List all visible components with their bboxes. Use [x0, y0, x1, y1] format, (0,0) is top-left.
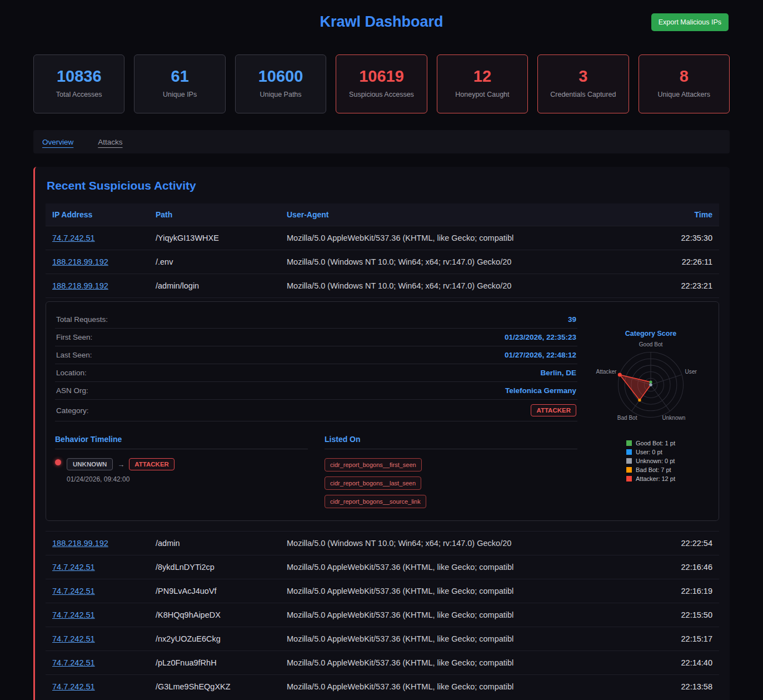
- time-cell: 22:14:40: [652, 651, 719, 675]
- stat-value: 61: [138, 67, 221, 86]
- blocklist-badge: cidr_report_bogons__last_seen: [325, 476, 421, 490]
- ip-link[interactable]: 74.7.242.51: [52, 634, 95, 643]
- chart-legend: Good Bot: 1 ptUser: 0 ptUnknown: 0 ptBad…: [626, 438, 675, 484]
- stat-value: 8: [642, 67, 726, 86]
- field-location: Location: Berlin, DE: [55, 364, 577, 382]
- table-row[interactable]: 188.218.99.192 /admin Mozilla/5.0 (Windo…: [46, 532, 719, 555]
- table-row[interactable]: 74.7.242.51 /G3Lme9ShEQgXKZ Mozilla/5.0 …: [46, 675, 719, 699]
- ip-link[interactable]: 74.7.242.51: [52, 563, 95, 572]
- legend-swatch: [626, 440, 632, 446]
- legend-label: Good Bot: 1 pt: [636, 440, 675, 446]
- path-cell: /PN9LvAcJ4uoVf: [149, 579, 280, 603]
- export-malicious-ips-button[interactable]: Export Malicious IPs: [651, 13, 729, 31]
- user-agent-cell: Mozilla/5.0 AppleWebKit/537.36 (KHTML, l…: [280, 579, 652, 603]
- stat-label: Unique Paths: [239, 91, 322, 98]
- header-time: Time: [652, 203, 719, 226]
- legend-swatch: [626, 467, 632, 473]
- user-agent-cell: Mozilla/5.0 AppleWebKit/537.36 (KHTML, l…: [280, 555, 652, 579]
- path-cell: /.env: [149, 250, 280, 274]
- stat-value: 10619: [340, 67, 423, 86]
- table-row[interactable]: 74.7.242.51 /PN9LvAcJ4uoVf Mozilla/5.0 A…: [46, 579, 719, 603]
- ip-link[interactable]: 188.218.99.192: [52, 539, 108, 548]
- timeline-timestamp: 01/24/2026, 09:42:00: [67, 475, 174, 483]
- stat-label: Unique Attackers: [642, 91, 726, 98]
- table-row[interactable]: 74.7.242.51 /8ykdLnDYTi2cp Mozilla/5.0 A…: [46, 555, 719, 579]
- stat-card-credentials-captured: 3 Credentials Captured: [537, 54, 629, 113]
- time-cell: 22:26:11: [652, 250, 719, 274]
- radar-point: [618, 373, 622, 376]
- category-attacker-badge: ATTACKER: [531, 404, 576, 416]
- path-cell: /pLz0Fnua9fRhH: [149, 651, 280, 675]
- legend-swatch: [626, 449, 632, 455]
- legend-label: Attacker: 12 pt: [636, 475, 675, 482]
- ip-detail-row: Total Requests: 39 First Seen: 01/23/202…: [46, 298, 719, 532]
- legend-item: User: 0 pt: [626, 449, 675, 455]
- axis-label-attacker: Attacker: [596, 369, 617, 375]
- path-cell: /8ykdLnDYTi2cp: [149, 555, 280, 579]
- suspicious-activity-table: IP Address Path User-Agent Time 74.7.242…: [46, 203, 719, 698]
- user-agent-cell: Mozilla/5.0 AppleWebKit/537.36 (KHTML, l…: [280, 226, 652, 250]
- field-last-seen: Last Seen: 01/27/2026, 22:48:12: [55, 346, 577, 364]
- table-row[interactable]: 74.7.242.51 /nx2yUOZuE6Ckg Mozilla/5.0 A…: [46, 627, 719, 651]
- header-path: Path: [149, 203, 280, 226]
- page-title: Krawl Dashboard: [33, 13, 730, 31]
- ip-link[interactable]: 188.218.99.192: [52, 281, 108, 290]
- stat-value: 12: [441, 67, 524, 86]
- ip-link[interactable]: 74.7.242.51: [52, 610, 95, 619]
- axis-label-bad-bot: Bad Bot: [617, 415, 637, 421]
- path-cell: /nx2yUOZuE6Ckg: [149, 627, 280, 651]
- table-row[interactable]: 74.7.242.51 /K8HQq9hAipeDX Mozilla/5.0 A…: [46, 603, 719, 627]
- stat-label: Honeypot Caught: [441, 91, 524, 98]
- stat-card-unique-paths: 10600 Unique Paths: [235, 54, 326, 113]
- legend-label: User: 0 pt: [636, 449, 662, 455]
- radar-chart: Good Bot User Unknown Bad Bot Attacker: [592, 339, 710, 430]
- timeline-entry: UNKNOWN → ATTACKER 01/24/2026, 09:42:00: [55, 458, 308, 483]
- field-value: 01/23/2026, 22:35:23: [505, 333, 576, 341]
- table-row[interactable]: 188.218.99.192 /.env Mozilla/5.0 (Window…: [46, 250, 719, 274]
- user-agent-cell: Mozilla/5.0 (Windows NT 10.0; Win64; x64…: [280, 532, 652, 555]
- ip-link[interactable]: 188.218.99.192: [52, 257, 108, 266]
- field-first-seen: First Seen: 01/23/2026, 22:35:23: [55, 329, 577, 346]
- field-label: Category:: [56, 406, 89, 415]
- time-cell: 22:23:21: [652, 274, 719, 298]
- category-score-chart: Category Score: [592, 311, 710, 508]
- listed-on-section: Listed On cidr_report_bogons__first_seen…: [325, 435, 577, 508]
- ip-link[interactable]: 74.7.242.51: [52, 682, 95, 691]
- radar-point: [649, 381, 652, 384]
- time-cell: 22:35:30: [652, 226, 719, 250]
- panel-title: Recent Suspicious Activity: [47, 179, 719, 192]
- table-row[interactable]: 74.7.242.51 /YiqykGI13WHXE Mozilla/5.0 A…: [46, 226, 719, 250]
- ip-detail-info: Total Requests: 39 First Seen: 01/23/202…: [55, 311, 577, 508]
- field-label: ASN Org:: [56, 386, 88, 395]
- stat-card-unique-attackers: 8 Unique Attackers: [639, 54, 730, 113]
- time-cell: 22:15:50: [652, 603, 719, 627]
- behavior-timeline-title: Behavior Timeline: [55, 435, 308, 449]
- table-row[interactable]: 188.218.99.192 /admin/login Mozilla/5.0 …: [46, 274, 719, 298]
- chart-title: Category Score: [625, 330, 676, 337]
- stat-value: 10836: [37, 67, 121, 86]
- tab-attacks[interactable]: Attacks: [98, 138, 122, 146]
- stat-card-honeypot-caught: 12 Honeypot Caught: [437, 54, 528, 113]
- legend-label: Bad Bot: 7 pt: [636, 466, 671, 473]
- path-cell: /admin/login: [149, 274, 280, 298]
- field-value: 01/27/2026, 22:48:12: [505, 351, 576, 359]
- ip-detail-panel: Total Requests: 39 First Seen: 01/23/202…: [46, 301, 719, 521]
- stats-row: 10836 Total Accesses 61 Unique IPs 10600…: [33, 54, 730, 113]
- time-cell: 22:15:17: [652, 627, 719, 651]
- user-agent-cell: Mozilla/5.0 (Windows NT 10.0; Win64; x64…: [280, 250, 652, 274]
- tab-overview[interactable]: Overview: [42, 138, 73, 146]
- legend-item: Bad Bot: 7 pt: [626, 466, 675, 473]
- time-cell: 22:16:46: [652, 555, 719, 579]
- table-row[interactable]: 74.7.242.51 /pLz0Fnua9fRhH Mozilla/5.0 A…: [46, 651, 719, 675]
- path-cell: /YiqykGI13WHXE: [149, 226, 280, 250]
- tab-bar: Overview Attacks: [33, 130, 730, 153]
- ip-link[interactable]: 74.7.242.51: [52, 234, 95, 242]
- header-user-agent: User-Agent: [280, 203, 652, 226]
- dashboard: Krawl Dashboard Export Malicious IPs 108…: [0, 0, 763, 700]
- ip-link[interactable]: 74.7.242.51: [52, 587, 95, 595]
- field-value: 39: [568, 315, 576, 324]
- stat-value: 3: [541, 67, 625, 86]
- timeline-dot-icon: [55, 459, 61, 465]
- legend-swatch: [626, 458, 632, 464]
- ip-link[interactable]: 74.7.242.51: [52, 658, 95, 667]
